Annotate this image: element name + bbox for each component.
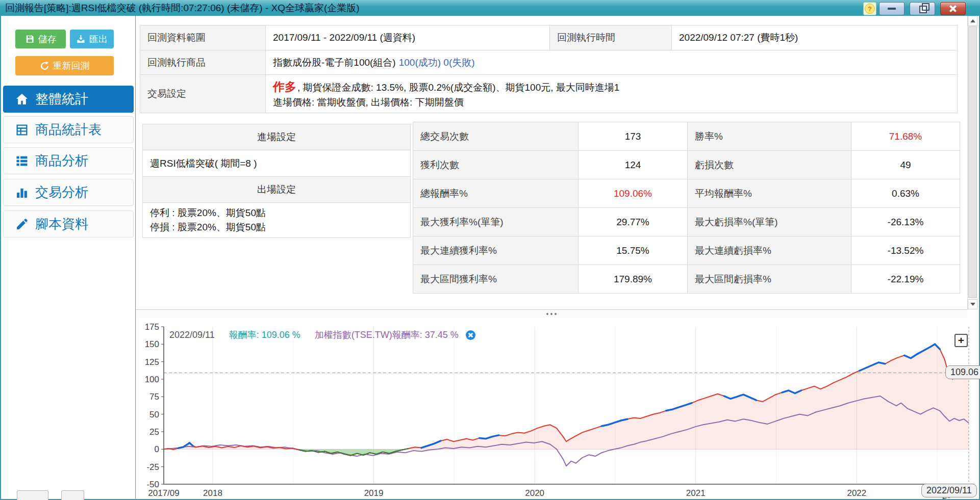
take-profit-text: 停利 : 股票20%、期貨50點	[150, 206, 266, 221]
y-tick-label: 25	[149, 427, 159, 437]
sidebar-item-label: 腳本資料	[35, 215, 88, 233]
stat-value: 173	[579, 122, 688, 151]
y-tick-label: 0	[155, 444, 159, 454]
entry-settings-value: 週RSI低檔突破( 期間=8 )	[143, 150, 411, 177]
backtest-report-window: 回測報告[策略]:週RSI低檔突破 (執行時間:07:27:06) (未儲存) …	[0, 0, 980, 500]
sidebar-item-label: 商品分析	[35, 152, 88, 170]
list-icon	[15, 154, 29, 168]
stat-label: 最大獲利率%(單筆)	[413, 208, 579, 236]
export-button-label: 匯出	[89, 33, 108, 45]
cursor-date-badge: 2022/09/11	[921, 484, 977, 497]
close-button[interactable]	[940, 2, 966, 15]
zoom-in-button[interactable]: +	[954, 334, 968, 347]
stat-value: -22.19%	[851, 265, 960, 294]
export-button[interactable]: 匯出	[70, 30, 114, 48]
x-tick-label: 2017/09	[148, 488, 179, 498]
info-label: 回測執行商品	[140, 50, 266, 75]
info-table: 回測資料範圍 2017/09/11 - 2022/09/11 (週資料) 回測執…	[140, 25, 958, 113]
info-value: 指數成份股-電子前100(組合) 100(成功) 0(失敗)	[266, 50, 958, 75]
export-icon	[76, 34, 86, 44]
scroll-down-button[interactable]	[968, 299, 977, 309]
home-icon	[15, 92, 29, 107]
save-button-label: 儲存	[38, 33, 57, 45]
stat-label: 獲利次數	[413, 151, 579, 179]
stat-value: 109.06%	[579, 179, 688, 208]
sidebar-item-script-info[interactable]: 腳本資料	[3, 210, 134, 238]
sidebar-item-trade-analysis[interactable]: 交易分析	[3, 179, 134, 206]
help-button[interactable]: ?	[863, 2, 876, 15]
exit-settings-header: 出場設定	[143, 177, 411, 203]
success-fail-link[interactable]: 100(成功) 0(失敗)	[399, 56, 475, 69]
splitter-dot	[550, 313, 552, 315]
stat-value: 29.77%	[579, 208, 688, 236]
y-tick-label: 50	[149, 410, 159, 419]
returns-chart[interactable]: 1751501251007550250-25-502017/0920182019…	[136, 317, 980, 500]
y-tick-label: -25	[146, 462, 159, 472]
titlebar[interactable]: 回測報告[策略]:週RSI低檔突破 (執行時間:07:27:06) (未儲存) …	[0, 0, 980, 16]
rerun-backtest-button[interactable]: 重新回測	[15, 56, 114, 75]
sidebar-item-label: 交易分析	[35, 183, 88, 201]
window-title: 回測報告[策略]:週RSI低檔突破 (執行時間:07:27:06) (未儲存) …	[5, 2, 360, 15]
refresh-icon	[40, 61, 49, 71]
stat-label: 最大區間獲利率%	[413, 265, 579, 294]
info-label: 回測執行時間	[550, 25, 672, 50]
scroll-thumb[interactable]	[968, 27, 977, 298]
restore-button[interactable]	[910, 2, 935, 15]
x-tick-label: 2021	[686, 488, 706, 498]
splitter-dot	[555, 313, 557, 315]
stat-label: 最大連續虧損率%	[688, 236, 851, 265]
stat-label: 最大連續獲利率%	[413, 236, 579, 265]
exit-settings-value: 停利 : 股票20%、期貨50點 停損 : 股票20%、期貨50點	[143, 203, 411, 238]
save-icon	[25, 34, 35, 44]
arrow-down-icon	[970, 303, 975, 306]
legend-benchmark-return: 加權指數(TSE.TW)報酬率: 37.45 %	[315, 329, 459, 341]
chart-legend: 2022/09/11 報酬率: 109.06 % 加權指數(TSE.TW)報酬率…	[169, 329, 475, 341]
legend-date: 2022/09/11	[169, 330, 215, 340]
stop-loss-text: 停損 : 股票20%、期貨50點	[150, 220, 266, 235]
info-value: 2017/09/11 - 2022/09/11 (週資料)	[266, 25, 550, 50]
restore-icon	[919, 6, 927, 13]
rerun-button-label: 重新回測	[53, 60, 90, 72]
y-tick-label: 175	[145, 322, 159, 332]
direction-text: 作多	[273, 80, 296, 93]
x-tick-label: 2022	[847, 488, 866, 498]
product-text: 指數成份股-電子前100(組合)	[273, 56, 396, 69]
minimize-button[interactable]	[879, 2, 904, 15]
settings-table: 進場設定 週RSI低檔突破( 期間=8 ) 出場設定 停利 : 股票20%、期貨…	[142, 124, 411, 238]
table-icon	[15, 123, 29, 137]
sidebar-item-product-stats-table[interactable]: 商品統計表	[3, 116, 134, 143]
trade-settings-line2: 進場價格: 當期收盤價, 出場價格: 下期開盤價	[273, 95, 464, 110]
y-tick-label: 75	[149, 392, 159, 402]
sidebar-item-overall-stats[interactable]: 整體統計	[3, 86, 134, 113]
sidebar-item-product-analysis[interactable]: 商品分析	[3, 147, 134, 174]
stat-value: 71.68%	[851, 122, 960, 151]
stat-label: 總交易次數	[413, 122, 579, 151]
trade-settings-line1: 作多, 期貨保證金成數: 13.5%, 股票0.2%(成交金額)、期貨100元,…	[273, 78, 619, 96]
y-tick-label: 100	[145, 375, 159, 384]
vertical-scrollbar[interactable]	[967, 16, 977, 309]
pencil-icon	[15, 217, 29, 231]
scroll-up-button[interactable]	[968, 16, 977, 26]
stat-label: 勝率%	[688, 122, 851, 151]
arrow-up-icon	[970, 19, 975, 22]
stat-value: 124	[579, 151, 688, 179]
x-tick-label: 2020	[525, 488, 544, 498]
splitter-handle[interactable]	[136, 309, 967, 318]
stat-label: 平均報酬率%	[688, 179, 851, 208]
minimize-icon	[888, 8, 896, 10]
sidebar-item-label: 整體統計	[35, 90, 88, 108]
legend-close-icon[interactable]	[466, 330, 475, 340]
save-button[interactable]: 儲存	[15, 30, 66, 48]
stat-value: 0.63%	[851, 179, 960, 208]
entry-settings-header: 進場設定	[143, 124, 411, 150]
stat-value: 179.89%	[579, 265, 688, 294]
stats-table: 總交易次數173勝率%71.68%獲利次數124虧損次數49總報酬率%109.0…	[413, 122, 961, 294]
current-level-badge: 109.06	[945, 365, 980, 379]
info-value: 2022/09/12 07:27 (費時1秒)	[672, 25, 958, 50]
info-value: 作多, 期貨保證金成數: 13.5%, 股票0.2%(成交金額)、期貨100元,…	[266, 75, 958, 113]
y-tick-label: 150	[145, 339, 159, 349]
window-left-edge	[0, 16, 1, 500]
clipped-panel-fragment	[17, 490, 48, 500]
bar-chart-icon	[15, 186, 29, 200]
splitter-dot	[546, 313, 548, 315]
